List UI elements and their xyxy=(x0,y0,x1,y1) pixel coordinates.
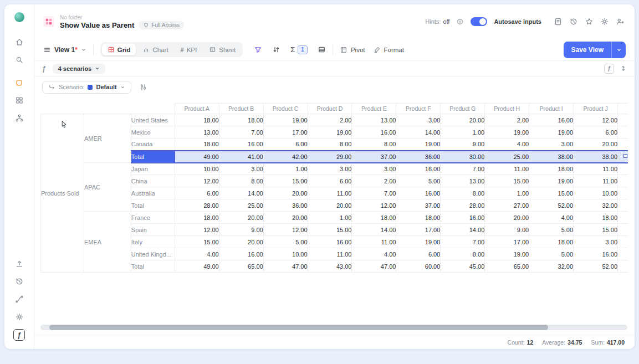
value-cell[interactable]: 29.00 xyxy=(308,151,352,163)
tab-sheet[interactable]: Sheet xyxy=(203,44,241,55)
value-cell[interactable]: 37.00 xyxy=(396,199,441,212)
value-cell[interactable]: 7.00 xyxy=(441,163,485,175)
value-cell[interactable]: 19.00 xyxy=(529,175,574,187)
value-cell[interactable]: 18.00 xyxy=(219,114,263,126)
scenarios-dropdown[interactable]: 4 scenarios xyxy=(53,64,106,74)
view-selector[interactable]: View 1* xyxy=(43,46,86,54)
notes-icon[interactable] xyxy=(554,17,563,26)
value-cell[interactable]: 13.00 xyxy=(441,175,485,187)
settings-gear-icon[interactable] xyxy=(12,310,27,324)
value-cell[interactable]: 2.00 xyxy=(485,114,529,126)
history-icon[interactable] xyxy=(12,274,27,289)
selection-fill-handle[interactable] xyxy=(623,154,627,158)
value-cell[interactable]: 9.00 xyxy=(485,224,529,236)
value-cell[interactable]: 5.00 xyxy=(263,236,308,248)
row-label[interactable]: Australia xyxy=(131,187,175,199)
gear-icon[interactable] xyxy=(600,17,609,26)
value-cell[interactable]: 37.00 xyxy=(352,151,396,163)
value-cell[interactable]: 36.00 xyxy=(263,199,308,212)
row-label[interactable]: France xyxy=(131,212,175,224)
expand-vertical-icon[interactable] xyxy=(620,65,627,72)
info-icon[interactable] xyxy=(456,18,464,25)
row-label[interactable]: China xyxy=(131,175,175,187)
value-cell[interactable]: 2.00 xyxy=(308,114,352,126)
value-cell[interactable]: 5.00 xyxy=(529,224,574,236)
column-header[interactable]: Product F xyxy=(396,104,441,114)
value-cell[interactable]: 2.00 xyxy=(352,175,396,187)
value-cell[interactable]: 36.00 xyxy=(396,151,441,163)
value-cell[interactable]: 15.00 xyxy=(529,187,574,199)
value-cell[interactable]: 16.00 xyxy=(219,139,263,151)
column-header[interactable]: Product G xyxy=(441,104,485,114)
value-cell[interactable]: 25.00 xyxy=(219,199,263,212)
value-cell[interactable]: 16.00 xyxy=(396,163,441,175)
app-logo[interactable] xyxy=(14,12,24,22)
horizontal-scrollbar[interactable] xyxy=(40,325,627,330)
value-cell[interactable]: 18.00 xyxy=(529,163,574,175)
value-cell[interactable]: 1.00 xyxy=(441,126,485,139)
value-cell[interactable]: 10.00 xyxy=(263,248,308,260)
home-icon[interactable] xyxy=(12,35,27,49)
value-cell[interactable]: 11.00 xyxy=(352,236,396,248)
value-cell[interactable]: 3.00 xyxy=(352,163,396,175)
value-cell[interactable]: 1.00 xyxy=(485,187,529,199)
column-header[interactable]: P. xyxy=(618,104,628,114)
row-label[interactable]: United Kingd... xyxy=(131,248,175,260)
data-row[interactable]: Products SoldAMERUnited States18.0018.00… xyxy=(41,114,628,126)
value-cell[interactable]: 20.00 xyxy=(263,212,308,224)
column-header[interactable]: Product H xyxy=(485,104,529,114)
value-cell[interactable]: 11.00 xyxy=(308,187,352,199)
value-cell[interactable]: 15.00 xyxy=(485,175,529,187)
layout-rows-icon[interactable] xyxy=(318,45,326,54)
save-view-caret[interactable] xyxy=(611,42,626,58)
value-cell[interactable]: 5.00 xyxy=(396,175,441,187)
value-cell[interactable]: 11.00 xyxy=(574,175,618,187)
value-cell[interactable]: 15.00 xyxy=(574,224,618,236)
value-cell[interactable]: 12.00 xyxy=(175,224,219,236)
value-cell[interactable]: 25.00 xyxy=(485,151,529,163)
formula-box-button[interactable]: ƒ xyxy=(604,64,614,74)
value-cell[interactable]: 18.00 xyxy=(175,114,219,126)
row-label[interactable]: Spain xyxy=(131,224,175,236)
row-label[interactable]: Total xyxy=(131,151,175,163)
group-label[interactable]: APAC xyxy=(84,163,131,212)
value-cell[interactable]: 65.00 xyxy=(485,260,529,273)
scenario-selector[interactable]: Scenario: Default xyxy=(42,81,131,94)
hierarchy-icon[interactable] xyxy=(12,111,27,125)
value-cell[interactable]: 4.00 xyxy=(485,139,529,151)
sliders-icon[interactable] xyxy=(139,83,147,91)
value-cell[interactable]: 20.00 xyxy=(219,236,263,248)
flow-icon[interactable] xyxy=(12,292,27,306)
value-cell[interactable]: 52.00 xyxy=(574,260,618,273)
workspace-icon[interactable] xyxy=(12,75,27,90)
value-cell[interactable]: 19.00 xyxy=(485,126,529,139)
column-header[interactable]: Product B xyxy=(219,104,263,114)
column-header[interactable]: Product A xyxy=(175,104,219,114)
aggregation-control[interactable]: Σ 1 xyxy=(290,45,308,54)
value-cell[interactable]: 14.00 xyxy=(441,224,485,236)
tab-chart[interactable]: Chart xyxy=(137,44,173,55)
value-cell[interactable]: 6.00 xyxy=(396,248,441,260)
value-cell[interactable]: 16.00 xyxy=(308,236,352,248)
value-cell[interactable]: 6.00 xyxy=(308,175,352,187)
value-cell[interactable]: 47.00 xyxy=(263,260,308,273)
star-icon[interactable] xyxy=(585,17,594,26)
row-label[interactable]: Canada xyxy=(131,139,175,151)
search-icon[interactable] xyxy=(12,53,27,67)
value-cell[interactable]: 45.00 xyxy=(441,260,485,273)
access-badge[interactable]: Full Access xyxy=(139,21,184,29)
value-cell[interactable]: 5.00 xyxy=(529,248,574,260)
value-cell[interactable]: 6.00 xyxy=(574,126,618,139)
value-cell[interactable]: 15.00 xyxy=(175,236,219,248)
value-cell[interactable]: 10.00 xyxy=(175,163,219,175)
row-label[interactable]: Total xyxy=(131,199,175,212)
group-label[interactable]: AMER xyxy=(84,114,131,163)
value-cell[interactable]: 3.00 xyxy=(529,139,574,151)
value-cell[interactable]: 3.00 xyxy=(396,114,441,126)
value-cell[interactable]: 4.00 xyxy=(529,212,574,224)
value-cell[interactable]: 16.00 xyxy=(529,114,574,126)
value-cell[interactable]: 15.00 xyxy=(308,224,352,236)
value-cell[interactable]: 18.00 xyxy=(175,212,219,224)
measure-label[interactable]: Products Sold xyxy=(41,114,84,273)
value-cell[interactable]: 10.00 xyxy=(574,187,618,199)
